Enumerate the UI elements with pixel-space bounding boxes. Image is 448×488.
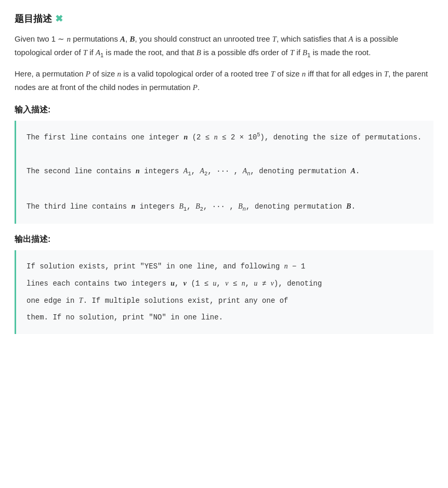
input-block: The first line contains one integer n (2… [15,121,433,224]
output-line-2: lines each contains two integers u, v (1… [27,277,423,291]
problem-body: Given two 1 ∼ n permutations A, B, you s… [15,32,433,94]
edit-icon[interactable]: ✖ [55,13,63,24]
input-line-2 [27,148,423,162]
output-description-section: 输出描述: If solution exists, print "YES" in… [15,234,433,333]
input-section-title: 输入描述: [15,105,433,115]
input-line-3: The second line contains n integers A1, … [27,164,423,179]
input-description-section: 输入描述: The first line contains one intege… [15,105,433,224]
output-line-4: them. If no solution, print "NO" in one … [27,311,423,325]
output-line-1: If solution exists, print "YES" in one l… [27,260,423,274]
problem-title: 题目描述 ✖ [15,12,433,25]
output-block: If solution exists, print "YES" in one l… [15,250,433,333]
problem-description-section: 题目描述 ✖ Given two 1 ∼ n permutations A, B… [15,12,433,94]
input-line-5: The third line contains n integers B1, B… [27,200,423,215]
output-section-title: 输出描述: [15,234,433,245]
problem-title-text: 题目描述 [15,12,52,25]
input-line-1: The first line contains one integer n (2… [27,130,423,144]
problem-para-1: Given two 1 ∼ n permutations A, B, you s… [15,32,433,61]
problem-para-2: Here, a permutation P of size n is a val… [15,67,433,95]
output-line-3: one edge in T. If multiple solutions exi… [27,294,423,308]
input-line-4 [27,183,423,197]
